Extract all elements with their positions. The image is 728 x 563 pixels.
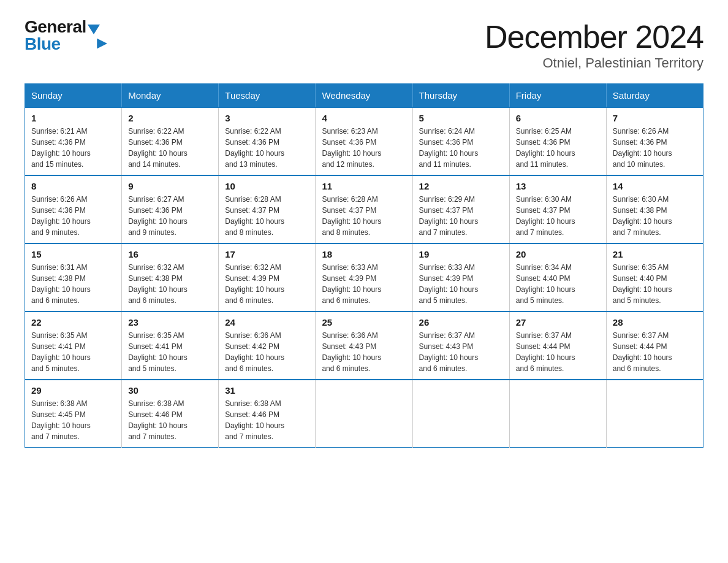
col-tuesday: Tuesday [219, 84, 316, 108]
day-info: Sunrise: 6:36 AM Sunset: 4:43 PM Dayligh… [322, 330, 406, 374]
calendar-cell: 16 Sunrise: 6:32 AM Sunset: 4:38 PM Dayl… [122, 243, 219, 312]
calendar-cell: 30 Sunrise: 6:38 AM Sunset: 4:46 PM Dayl… [122, 380, 219, 448]
calendar-subtitle: Otniel, Palestinian Territory [485, 55, 703, 71]
title-section: December 2024 Otniel, Palestinian Territ… [485, 18, 703, 71]
day-number: 25 [322, 317, 406, 327]
day-info: Sunrise: 6:38 AM Sunset: 4:45 PM Dayligh… [31, 398, 115, 442]
calendar-cell: 29 Sunrise: 6:38 AM Sunset: 4:45 PM Dayl… [25, 380, 122, 448]
calendar-cell [606, 380, 703, 448]
day-number: 10 [225, 181, 309, 191]
day-info: Sunrise: 6:34 AM Sunset: 4:40 PM Dayligh… [516, 262, 600, 306]
day-number: 24 [225, 317, 309, 327]
calendar-cell [509, 380, 606, 448]
day-info: Sunrise: 6:37 AM Sunset: 4:43 PM Dayligh… [419, 330, 503, 374]
day-number: 4 [322, 113, 406, 123]
day-number: 16 [128, 249, 212, 259]
day-info: Sunrise: 6:30 AM Sunset: 4:38 PM Dayligh… [613, 194, 697, 238]
day-number: 13 [516, 181, 600, 191]
day-info: Sunrise: 6:27 AM Sunset: 4:36 PM Dayligh… [128, 194, 212, 238]
calendar-cell: 18 Sunrise: 6:33 AM Sunset: 4:39 PM Dayl… [316, 243, 412, 312]
day-number: 29 [31, 385, 115, 396]
calendar-cell: 2 Sunrise: 6:22 AM Sunset: 4:36 PM Dayli… [122, 107, 219, 175]
calendar-cell: 9 Sunrise: 6:27 AM Sunset: 4:36 PM Dayli… [122, 175, 219, 243]
day-number: 14 [613, 181, 697, 191]
calendar-cell: 28 Sunrise: 6:37 AM Sunset: 4:44 PM Dayl… [606, 312, 703, 380]
day-info: Sunrise: 6:26 AM Sunset: 4:36 PM Dayligh… [613, 126, 697, 170]
calendar-cell: 12 Sunrise: 6:29 AM Sunset: 4:37 PM Dayl… [412, 175, 509, 243]
day-info: Sunrise: 6:33 AM Sunset: 4:39 PM Dayligh… [322, 262, 406, 306]
day-number: 31 [225, 385, 309, 396]
calendar-cell: 3 Sunrise: 6:22 AM Sunset: 4:36 PM Dayli… [219, 107, 316, 175]
day-number: 7 [613, 113, 697, 123]
day-info: Sunrise: 6:37 AM Sunset: 4:44 PM Dayligh… [516, 330, 600, 374]
logo-triangle-shape: ► [88, 25, 100, 34]
day-number: 28 [613, 317, 697, 327]
day-info: Sunrise: 6:36 AM Sunset: 4:42 PM Dayligh… [225, 330, 309, 374]
day-number: 11 [322, 181, 406, 191]
day-number: 20 [516, 249, 600, 259]
day-info: Sunrise: 6:28 AM Sunset: 4:37 PM Dayligh… [322, 194, 406, 238]
calendar-week-1: 1 Sunrise: 6:21 AM Sunset: 4:36 PM Dayli… [25, 107, 703, 175]
calendar-cell: 23 Sunrise: 6:35 AM Sunset: 4:41 PM Dayl… [122, 312, 219, 380]
calendar-cell: 6 Sunrise: 6:25 AM Sunset: 4:36 PM Dayli… [509, 107, 606, 175]
calendar-table: Sunday Monday Tuesday Wednesday Thursday… [25, 83, 703, 448]
calendar-cell: 19 Sunrise: 6:33 AM Sunset: 4:39 PM Dayl… [412, 243, 509, 312]
calendar-cell: 8 Sunrise: 6:26 AM Sunset: 4:36 PM Dayli… [25, 175, 122, 243]
calendar-cell: 7 Sunrise: 6:26 AM Sunset: 4:36 PM Dayli… [606, 107, 703, 175]
day-number: 5 [419, 113, 503, 123]
day-info: Sunrise: 6:21 AM Sunset: 4:36 PM Dayligh… [31, 126, 115, 170]
day-number: 8 [31, 181, 115, 191]
day-number: 18 [322, 249, 406, 259]
calendar-week-5: 29 Sunrise: 6:38 AM Sunset: 4:45 PM Dayl… [25, 380, 703, 448]
calendar-week-4: 22 Sunrise: 6:35 AM Sunset: 4:41 PM Dayl… [25, 312, 703, 380]
logo-blue: Blue [25, 36, 100, 53]
calendar-cell: 25 Sunrise: 6:36 AM Sunset: 4:43 PM Dayl… [316, 312, 412, 380]
col-wednesday: Wednesday [316, 84, 412, 108]
day-info: Sunrise: 6:38 AM Sunset: 4:46 PM Dayligh… [128, 398, 212, 442]
logo: General► Blue [25, 18, 100, 53]
calendar-cell: 13 Sunrise: 6:30 AM Sunset: 4:37 PM Dayl… [509, 175, 606, 243]
day-info: Sunrise: 6:38 AM Sunset: 4:46 PM Dayligh… [225, 398, 309, 442]
calendar-week-2: 8 Sunrise: 6:26 AM Sunset: 4:36 PM Dayli… [25, 175, 703, 243]
day-info: Sunrise: 6:33 AM Sunset: 4:39 PM Dayligh… [419, 262, 503, 306]
day-info: Sunrise: 6:32 AM Sunset: 4:38 PM Dayligh… [128, 262, 212, 306]
logo-general: General [25, 17, 86, 36]
day-number: 1 [31, 113, 115, 123]
calendar-cell: 22 Sunrise: 6:35 AM Sunset: 4:41 PM Dayl… [25, 312, 122, 380]
calendar-cell: 20 Sunrise: 6:34 AM Sunset: 4:40 PM Dayl… [509, 243, 606, 312]
day-info: Sunrise: 6:24 AM Sunset: 4:36 PM Dayligh… [419, 126, 503, 170]
calendar-cell: 10 Sunrise: 6:28 AM Sunset: 4:37 PM Dayl… [219, 175, 316, 243]
day-info: Sunrise: 6:28 AM Sunset: 4:37 PM Dayligh… [225, 194, 309, 238]
day-number: 27 [516, 317, 600, 327]
header-row: Sunday Monday Tuesday Wednesday Thursday… [25, 84, 703, 108]
day-number: 21 [613, 249, 697, 259]
col-thursday: Thursday [412, 84, 509, 108]
day-info: Sunrise: 6:22 AM Sunset: 4:36 PM Dayligh… [225, 126, 309, 170]
calendar-cell: 21 Sunrise: 6:35 AM Sunset: 4:40 PM Dayl… [606, 243, 703, 312]
day-number: 3 [225, 113, 309, 123]
day-number: 23 [128, 317, 212, 327]
col-sunday: Sunday [25, 84, 122, 108]
day-info: Sunrise: 6:35 AM Sunset: 4:40 PM Dayligh… [613, 262, 697, 306]
day-number: 6 [516, 113, 600, 123]
day-info: Sunrise: 6:35 AM Sunset: 4:41 PM Dayligh… [31, 330, 115, 374]
day-info: Sunrise: 6:26 AM Sunset: 4:36 PM Dayligh… [31, 194, 115, 238]
day-number: 2 [128, 113, 212, 123]
calendar-cell: 31 Sunrise: 6:38 AM Sunset: 4:46 PM Dayl… [219, 380, 316, 448]
day-info: Sunrise: 6:31 AM Sunset: 4:38 PM Dayligh… [31, 262, 115, 306]
day-number: 22 [31, 317, 115, 327]
day-number: 15 [31, 249, 115, 259]
day-number: 30 [128, 385, 212, 396]
day-info: Sunrise: 6:25 AM Sunset: 4:36 PM Dayligh… [516, 126, 600, 170]
day-info: Sunrise: 6:37 AM Sunset: 4:44 PM Dayligh… [613, 330, 697, 374]
calendar-title: December 2024 [485, 18, 703, 55]
calendar-cell [316, 380, 412, 448]
calendar-cell: 11 Sunrise: 6:28 AM Sunset: 4:37 PM Dayl… [316, 175, 412, 243]
day-info: Sunrise: 6:30 AM Sunset: 4:37 PM Dayligh… [516, 194, 600, 238]
page-header: General► Blue December 2024 Otniel, Pale… [25, 18, 703, 71]
calendar-cell: 26 Sunrise: 6:37 AM Sunset: 4:43 PM Dayl… [412, 312, 509, 380]
day-info: Sunrise: 6:32 AM Sunset: 4:39 PM Dayligh… [225, 262, 309, 306]
col-friday: Friday [509, 84, 606, 108]
col-monday: Monday [122, 84, 219, 108]
day-number: 26 [419, 317, 503, 327]
